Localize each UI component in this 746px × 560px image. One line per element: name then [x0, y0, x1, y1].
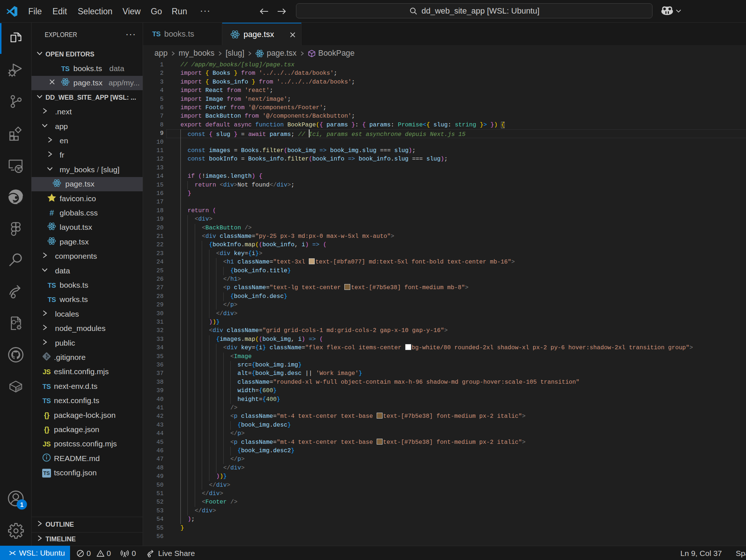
svg-text:1: 1	[20, 501, 23, 508]
